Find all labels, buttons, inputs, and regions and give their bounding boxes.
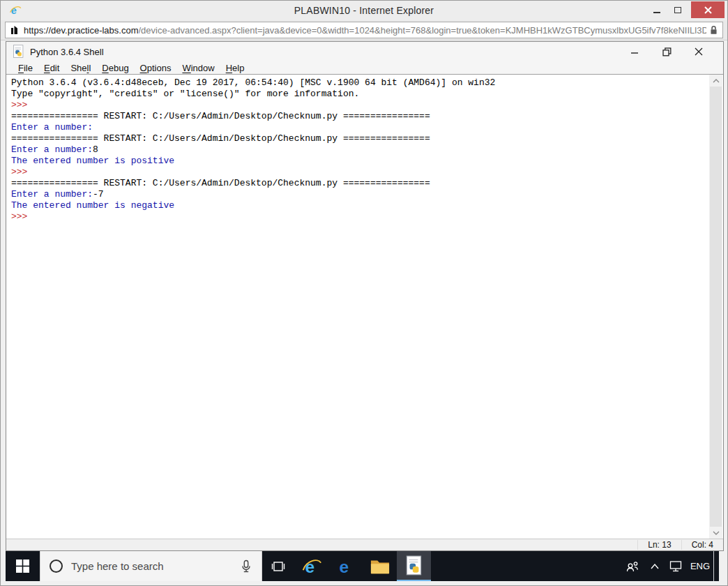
status-line-indicator: Ln: 13 (637, 540, 681, 550)
menu-edit[interactable]: Edit (38, 61, 65, 74)
ie-maximize-button[interactable] (667, 1, 688, 20)
restore-icon (662, 47, 672, 57)
shell-line: The entered number is positive (11, 156, 705, 167)
chevron-up-icon (650, 563, 660, 570)
shell-line: Python 3.6.4 (v3.6.4:d48eceb, Dec 19 201… (11, 77, 705, 89)
remote-desktop: Python 3.6.4 Shell (1, 40, 727, 582)
taskbar-search-box[interactable]: Type here to search (40, 551, 262, 581)
network-icon (669, 559, 683, 573)
edge-icon: e (336, 557, 356, 576)
idle-python-file-icon (13, 45, 24, 59)
minimize-icon (630, 47, 639, 56)
shell-text-area[interactable]: Python 3.6.4 (v3.6.4:d48eceb, Dec 19 201… (6, 75, 723, 539)
taskbar-empty-space (431, 551, 620, 581)
menu-window[interactable]: Window (176, 61, 220, 74)
lock-icon (709, 24, 718, 36)
shell-line: >>> (11, 211, 705, 223)
cortana-icon (50, 559, 63, 573)
ie-minimize-button[interactable] (646, 1, 667, 20)
system-tray: ENG (620, 551, 719, 581)
ie-window-title: PLABWIN10 - Internet Explorer (1, 5, 727, 16)
menu-file[interactable]: File (13, 61, 38, 74)
idle-menubar: FileEditShellDebugOptionsWindowHelp (6, 61, 723, 75)
url-path: /device-advanced.aspx?client=java&device… (139, 25, 707, 36)
shell-line: ================ RESTART: C:/Users/Admin… (11, 178, 705, 189)
url-domain: https://dev.practice-labs.com (24, 25, 139, 36)
menu-help[interactable]: Help (220, 61, 250, 74)
idle-close-button[interactable] (683, 42, 715, 61)
hidden-icons-button[interactable] (645, 551, 665, 581)
shell-line: Enter a number:8 (11, 144, 705, 156)
start-button[interactable] (6, 551, 40, 581)
python-idle-icon (406, 555, 423, 576)
scroll-down-icon[interactable] (709, 527, 722, 539)
status-col-indicator: Col: 4 (681, 540, 723, 550)
people-icon (625, 559, 640, 573)
site-favicon-icon (10, 24, 20, 36)
scrollbar-thumb[interactable] (710, 87, 722, 527)
idle-shell-window: Python 3.6.4 Shell (6, 41, 724, 551)
shell-line: ================ RESTART: C:/Users/Admin… (11, 133, 705, 144)
ie-window: e PLABWIN10 - Internet Explorer https://… (0, 0, 728, 586)
taskbar-edge-button[interactable]: e (328, 551, 363, 581)
people-button[interactable] (620, 551, 645, 581)
shell-line: The entered number is negative (11, 200, 705, 211)
file-explorer-icon (370, 558, 390, 575)
address-input[interactable]: https://dev.practice-labs.com/device-adv… (5, 22, 723, 38)
ie-titlebar: e PLABWIN10 - Internet Explorer (1, 1, 727, 20)
menu-options[interactable]: Options (135, 61, 177, 74)
svg-text:e: e (339, 557, 349, 576)
shell-line: Type "copyright", "credits" or "license(… (11, 89, 705, 100)
idle-titlebar: Python 3.6.4 Shell (6, 42, 723, 61)
windows-taskbar: Type here to search e (6, 551, 719, 581)
windows-logo-icon (16, 559, 29, 573)
show-desktop-button[interactable] (713, 551, 719, 581)
shell-line: ================ RESTART: C:/Users/Admin… (11, 111, 705, 122)
ie-close-button[interactable] (691, 1, 725, 18)
language-indicator[interactable]: ENG (687, 551, 713, 581)
menu-debug[interactable]: Debug (96, 61, 134, 74)
task-view-icon (271, 559, 286, 573)
network-button[interactable] (665, 551, 687, 581)
shell-line: >>> (11, 167, 705, 178)
microphone-icon[interactable] (239, 559, 253, 573)
idle-window-title: Python 3.6.4 Shell (30, 47, 104, 57)
vertical-scrollbar[interactable] (709, 75, 722, 539)
idle-statusbar: Ln: 13 Col: 4 (6, 539, 723, 550)
search-placeholder: Type here to search (71, 560, 239, 572)
shell-line: Enter a number: (11, 122, 705, 133)
shell-line: Enter a number:-7 (11, 189, 705, 200)
taskbar-idle-button-active[interactable] (397, 551, 431, 581)
task-view-button[interactable] (262, 551, 294, 581)
internet-explorer-icon: e (302, 557, 321, 576)
idle-minimize-button[interactable] (619, 42, 651, 61)
taskbar-file-explorer-button[interactable] (363, 551, 397, 581)
menu-shell[interactable]: Shell (65, 61, 96, 74)
close-icon (695, 47, 703, 56)
scroll-up-icon[interactable] (709, 75, 722, 87)
ie-addressbar: https://dev.practice-labs.com/device-adv… (1, 20, 727, 40)
shell-line: >>> (11, 100, 705, 111)
close-icon (704, 6, 712, 14)
idle-restore-button[interactable] (651, 42, 683, 61)
taskbar-ie-button[interactable]: e (294, 551, 328, 581)
